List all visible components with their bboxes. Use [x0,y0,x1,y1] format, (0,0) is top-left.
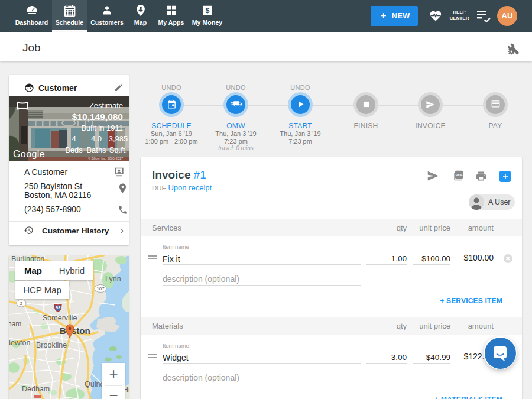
svg-text:$: $ [205,7,209,15]
svg-text:Newton: Newton [9,339,30,347]
svg-text:Boston: Boston [60,326,90,336]
svg-text:Brookline: Brookline [36,341,67,349]
svg-text:Dedham: Dedham [22,385,50,393]
svg-text:PDF: PDF [456,173,463,177]
svg-text:2: 2 [20,301,23,306]
svg-text:Lynn: Lynn [105,275,121,283]
svg-text:ham: ham [9,320,21,328]
svg-text:93: 93 [56,305,60,310]
svg-text:Somerville: Somerville [43,314,77,322]
svg-text:107: 107 [96,286,105,291]
